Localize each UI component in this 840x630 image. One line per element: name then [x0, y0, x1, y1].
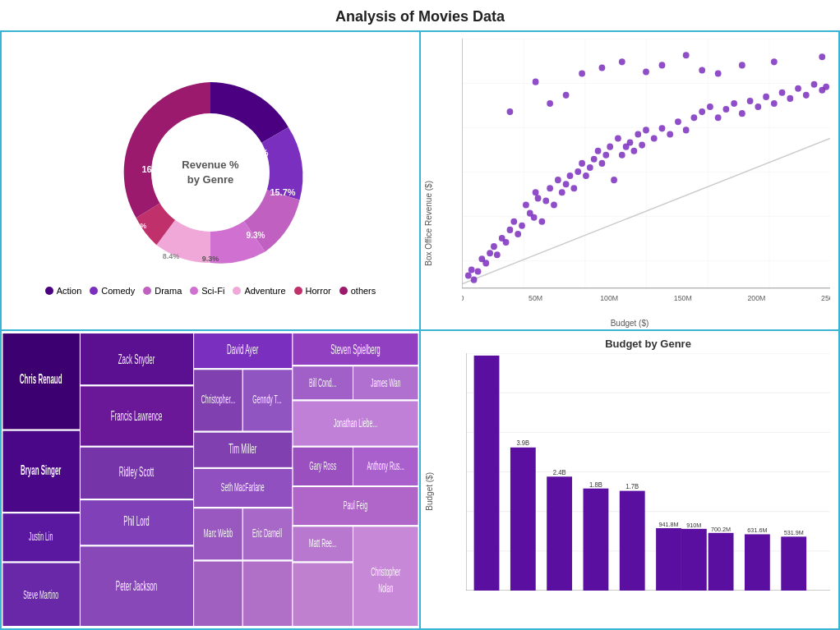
svg-point-51	[575, 168, 581, 175]
svg-rect-191	[681, 529, 707, 591]
svg-point-30	[494, 251, 501, 258]
page-title: Analysis of Movies Data	[0, 0, 840, 30]
svg-point-22	[465, 273, 472, 279]
svg-point-60	[611, 177, 617, 183]
svg-text:700.2M: 700.2M	[711, 525, 731, 532]
svg-point-57	[599, 160, 606, 167]
donut-center-label: Revenue % by Genre	[182, 158, 238, 187]
svg-point-85	[779, 90, 786, 96]
svg-point-70	[659, 125, 666, 131]
svg-text:631.6M: 631.6M	[747, 527, 767, 534]
svg-rect-8	[462, 39, 830, 288]
scatter-panel: Box Office Revenue ($) 0 200M 400M 600M …	[420, 31, 839, 330]
legend-others: others	[339, 286, 376, 296]
svg-point-50	[570, 185, 577, 191]
svg-rect-183	[547, 476, 572, 591]
svg-point-33	[507, 227, 514, 233]
svg-point-98	[599, 64, 606, 71]
svg-point-88	[803, 92, 810, 99]
svg-point-54	[587, 164, 593, 171]
svg-point-23	[468, 266, 475, 273]
dashboard: 36.3% 15.7% 9.3% 9.3% 8.4% 4.2% 16.8% Re…	[0, 30, 840, 630]
svg-point-73	[683, 126, 690, 133]
svg-point-43	[542, 197, 549, 204]
svg-text:3.9B: 3.9B	[516, 439, 529, 447]
svg-text:Gary Ross: Gary Ross	[309, 459, 336, 471]
svg-point-49	[567, 172, 574, 179]
svg-text:250M: 250M	[821, 294, 830, 302]
svg-point-58	[602, 152, 609, 159]
svg-point-61	[615, 135, 621, 141]
svg-point-89	[811, 81, 818, 88]
svg-point-29	[491, 243, 497, 250]
svg-rect-187	[620, 491, 645, 591]
svg-point-42	[538, 218, 545, 225]
svg-text:1.7B: 1.7B	[625, 483, 639, 490]
svg-point-92	[507, 108, 514, 115]
svg-rect-181	[510, 448, 536, 591]
svg-rect-185	[584, 489, 609, 591]
svg-point-101	[659, 62, 666, 68]
svg-point-81	[747, 98, 754, 104]
svg-point-59	[607, 144, 613, 150]
svg-point-86	[787, 95, 793, 102]
svg-rect-197	[781, 536, 806, 591]
svg-point-79	[731, 100, 737, 107]
svg-text:Genndy T...: Genndy T...	[252, 393, 281, 406]
svg-point-25	[475, 268, 482, 274]
svg-point-95	[563, 92, 570, 99]
svg-text:Chris Renaud: Chris Renaud	[20, 372, 62, 387]
svg-point-84	[771, 100, 778, 107]
svg-point-104	[739, 62, 745, 68]
svg-point-66	[635, 131, 641, 137]
svg-point-47	[559, 189, 565, 195]
svg-text:Zack Snyder: Zack Snyder	[118, 352, 155, 367]
svg-point-65	[630, 148, 637, 154]
svg-rect-179	[474, 356, 500, 591]
svg-text:2.4B: 2.4B	[553, 469, 566, 476]
svg-point-28	[487, 250, 493, 256]
bar-panel: Budget by Genre Budget ($) 10B 8B 6B 4B …	[420, 330, 839, 629]
svg-text:8.4%: 8.4%	[163, 252, 180, 260]
svg-point-40	[533, 189, 539, 195]
svg-rect-193	[708, 533, 734, 591]
scatter-x-label: Budget ($)	[611, 319, 649, 328]
svg-text:9.3%: 9.3%	[202, 255, 219, 263]
svg-point-46	[555, 177, 561, 183]
svg-text:4.2%: 4.2%	[130, 222, 147, 230]
svg-point-41	[535, 195, 542, 201]
svg-point-27	[482, 260, 489, 266]
svg-rect-189	[656, 528, 681, 591]
svg-rect-195	[745, 534, 770, 591]
svg-point-74	[691, 114, 698, 121]
svg-text:910M: 910M	[686, 521, 701, 528]
svg-text:Francis Lawrence: Francis Lawrence	[111, 409, 163, 424]
svg-point-93	[533, 79, 539, 85]
svg-point-69	[651, 135, 658, 141]
svg-point-96	[683, 52, 690, 58]
svg-point-83	[763, 94, 769, 100]
svg-point-55	[591, 156, 598, 163]
legend-action: Action	[45, 286, 82, 296]
svg-point-100	[643, 68, 649, 75]
svg-text:Phil Lord: Phil Lord	[123, 514, 149, 529]
svg-text:David Ayer: David Ayer	[227, 343, 259, 357]
svg-text:Ridley Scott: Ridley Scott	[119, 465, 155, 480]
legend-scifi: Sci-Fi	[190, 286, 224, 296]
svg-point-35	[515, 231, 521, 237]
svg-point-78	[722, 106, 729, 113]
svg-text:Justin Lin: Justin Lin	[29, 531, 53, 543]
donut-panel: 36.3% 15.7% 9.3% 9.3% 8.4% 4.2% 16.8% Re…	[1, 31, 420, 330]
svg-point-52	[579, 160, 585, 167]
svg-text:Steve Martino: Steve Martino	[23, 588, 58, 600]
svg-text:15.7%: 15.7%	[270, 187, 295, 197]
svg-text:Seth MacFarlane: Seth MacFarlane	[221, 481, 265, 493]
svg-text:531.9M: 531.9M	[784, 529, 804, 536]
svg-text:150M: 150M	[674, 294, 692, 302]
svg-point-91	[823, 84, 829, 90]
svg-text:9.3%: 9.3%	[247, 231, 265, 240]
svg-point-80	[739, 110, 745, 117]
svg-point-106	[819, 53, 825, 60]
svg-point-48	[563, 181, 570, 187]
svg-point-71	[667, 131, 673, 137]
